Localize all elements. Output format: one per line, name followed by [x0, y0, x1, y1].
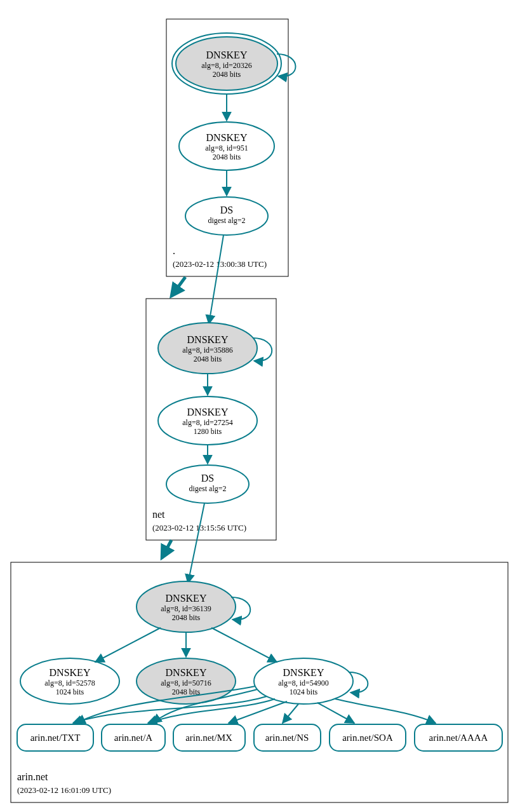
- svg-text:arin.net/TXT: arin.net/TXT: [30, 733, 81, 743]
- svg-text:arin.net/NS: arin.net/NS: [265, 733, 309, 743]
- node-arin-k54900: DNSKEY alg=8, id=54900 1024 bits: [254, 658, 353, 704]
- svg-text:DNSKEY: DNSKEY: [166, 593, 207, 604]
- edge-k54900-to-aaaa: [335, 699, 436, 723]
- svg-text:digest alg=2: digest alg=2: [189, 484, 226, 493]
- rrset-txt: arin.net/TXT: [17, 724, 93, 751]
- svg-text:alg=8, id=35886: alg=8, id=35886: [182, 346, 233, 355]
- node-arin-ksk: DNSKEY alg=8, id=36139 2048 bits: [137, 581, 236, 632]
- edge-root-to-net-delegation: [171, 277, 185, 296]
- svg-text:DS: DS: [201, 473, 214, 484]
- edge-net-ds-to-arin-ksk: [188, 503, 204, 583]
- svg-text:1280 bits: 1280 bits: [194, 427, 222, 436]
- svg-text:DNSKEY: DNSKEY: [50, 667, 91, 678]
- edge-k54900-to-soa: [317, 703, 354, 723]
- node-net-ds: DS digest alg=2: [166, 465, 249, 503]
- edge-arin-ksk-to-k54900: [211, 628, 277, 662]
- node-arin-k52578: DNSKEY alg=8, id=52578 1024 bits: [20, 658, 119, 704]
- svg-text:DNSKEY: DNSKEY: [166, 667, 207, 678]
- zone-arin-timestamp: (2023-02-12 16:01:09 UTC): [17, 785, 111, 795]
- rrset-mx: arin.net/MX: [173, 724, 245, 751]
- svg-text:arin.net/MX: arin.net/MX: [185, 733, 232, 743]
- edge-net-to-arin-delegation: [162, 540, 171, 558]
- svg-text:DNSKEY: DNSKEY: [283, 667, 324, 678]
- dnssec-chain-diagram: . (2023-02-12 13:00:38 UTC) DNSKEY alg=8…: [0, 0, 520, 812]
- node-net-zsk: DNSKEY alg=8, id=27254 1280 bits: [158, 396, 257, 445]
- svg-text:2048 bits: 2048 bits: [213, 152, 241, 161]
- svg-text:arin.net/A: arin.net/A: [114, 733, 153, 743]
- svg-text:1024 bits: 1024 bits: [56, 687, 84, 696]
- rrset-soa: arin.net/SOA: [330, 724, 406, 751]
- svg-text:alg=8, id=52578: alg=8, id=52578: [44, 679, 95, 687]
- node-root-ksk: DNSKEY alg=8, id=20326 2048 bits: [172, 33, 281, 94]
- rrset-a: arin.net/A: [102, 724, 165, 751]
- svg-text:alg=8, id=54900: alg=8, id=54900: [278, 679, 329, 687]
- zone-root-label: .: [173, 245, 175, 256]
- svg-text:alg=8, id=36139: alg=8, id=36139: [161, 604, 211, 613]
- svg-text:alg=8, id=951: alg=8, id=951: [205, 144, 248, 152]
- edge-k54900-to-ns: [283, 704, 298, 723]
- node-root-ds: DS digest alg=2: [185, 197, 268, 235]
- zone-net-label: net: [152, 509, 165, 520]
- svg-text:DS: DS: [220, 205, 233, 215]
- svg-text:arin.net/SOA: arin.net/SOA: [342, 733, 393, 743]
- svg-text:2048 bits: 2048 bits: [213, 70, 241, 79]
- svg-text:2048 bits: 2048 bits: [194, 355, 222, 363]
- svg-text:DNSKEY: DNSKEY: [206, 132, 248, 143]
- svg-text:digest alg=2: digest alg=2: [208, 216, 245, 225]
- edge-root-ds-to-net-ksk: [209, 235, 223, 324]
- rrset-ns: arin.net/NS: [254, 724, 321, 751]
- svg-text:alg=8, id=27254: alg=8, id=27254: [182, 418, 233, 427]
- node-net-ksk: DNSKEY alg=8, id=35886 2048 bits: [158, 323, 257, 374]
- edge-k54900-to-mx: [229, 701, 287, 723]
- svg-text:DNSKEY: DNSKEY: [187, 407, 229, 417]
- rrset-aaaa: arin.net/AAAA: [415, 724, 502, 751]
- svg-text:alg=8, id=50716: alg=8, id=50716: [161, 679, 211, 687]
- svg-text:1024 bits: 1024 bits: [290, 687, 318, 696]
- svg-text:DNSKEY: DNSKEY: [187, 334, 229, 345]
- edge-arin-ksk-to-k52578: [95, 628, 161, 662]
- svg-text:DNSKEY: DNSKEY: [206, 50, 248, 60]
- node-root-zsk: DNSKEY alg=8, id=951 2048 bits: [179, 122, 274, 170]
- svg-text:2048 bits: 2048 bits: [172, 613, 201, 622]
- svg-text:arin.net/AAAA: arin.net/AAAA: [429, 733, 488, 743]
- svg-text:alg=8, id=20326: alg=8, id=20326: [201, 61, 252, 70]
- zone-arin-label: arin.net: [17, 771, 48, 782]
